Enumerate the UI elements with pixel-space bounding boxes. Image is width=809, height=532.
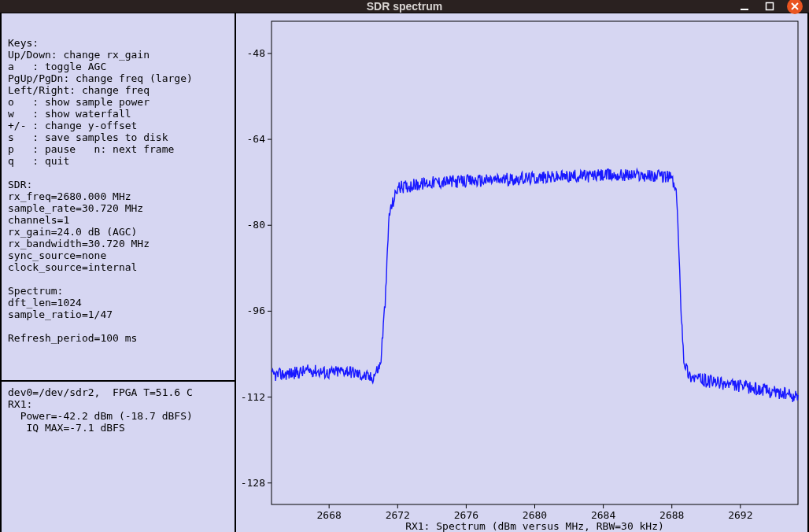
- info-panel: Keys: Up/Down: change rx_gain a : toggle…: [2, 13, 235, 382]
- svg-text:2684: 2684: [591, 509, 615, 521]
- svg-text:2672: 2672: [386, 509, 410, 521]
- sdr-sync: sync_source=none: [8, 249, 106, 261]
- spectrum-svg: -128-112-96-80-64-4826682672267626802684…: [236, 13, 807, 532]
- spectrum-dft: dft_len=1024: [8, 297, 82, 308]
- keys-s: s : save samples to disk: [8, 131, 168, 143]
- spectrum-heading: Spectrum:: [8, 285, 63, 297]
- status-rx: RX1:: [8, 398, 32, 410]
- keys-q: q : quit: [8, 155, 69, 167]
- sdr-samplerate: sample_rate=30.720 MHz: [8, 202, 143, 214]
- status-panel: dev0=/dev/sdr2, FPGA T=51.6 C RX1: Power…: [2, 382, 235, 532]
- spectrum-plot[interactable]: -128-112-96-80-64-4826682672267626802684…: [236, 13, 807, 532]
- svg-rect-4: [272, 21, 798, 504]
- app-window: SDR spectrum Keys: Up/Down: change rx_ga…: [0, 0, 809, 532]
- workspace: Keys: Up/Down: change rx_gain a : toggle…: [0, 13, 809, 532]
- refresh-period: Refresh_period=100 ms: [8, 332, 137, 344]
- keys-heading: Keys:: [8, 37, 39, 49]
- svg-text:RX1: Spectrum (dBm versus MHz,: RX1: Spectrum (dBm versus MHz, RBW=30 kH…: [405, 520, 664, 532]
- status-power: Power=-42.2 dBm (-18.7 dBFS): [8, 410, 193, 422]
- sdr-rxgain: rx_gain=24.0 dB (AGC): [8, 226, 137, 238]
- svg-text:-80: -80: [247, 219, 265, 231]
- svg-text:2668: 2668: [317, 509, 342, 521]
- sdr-rxfreq: rx_freq=2680.000 MHz: [8, 190, 131, 202]
- keys-pg: PgUp/PgDn: change freq (large): [8, 72, 193, 84]
- sdr-heading: SDR:: [8, 179, 32, 190]
- keys-w: w : show waterfall: [8, 108, 131, 120]
- svg-text:2688: 2688: [659, 509, 684, 521]
- plot-area: -128-112-96-80-64-4826682672267626802684…: [236, 13, 809, 532]
- status-dev: dev0=/dev/sdr2, FPGA T=51.6 C: [8, 386, 193, 398]
- keys-a: a : toggle AGC: [8, 61, 106, 72]
- minimize-button[interactable]: [737, 0, 752, 14]
- keys-updown: Up/Down: change rx_gain: [8, 49, 150, 61]
- svg-text:2680: 2680: [523, 509, 547, 521]
- svg-text:-48: -48: [247, 47, 265, 59]
- svg-text:-128: -128: [241, 477, 265, 489]
- svg-text:-112: -112: [241, 391, 265, 403]
- svg-text:2676: 2676: [454, 509, 478, 521]
- window-title: SDR spectrum: [367, 0, 442, 13]
- sdr-channels: channels=1: [8, 214, 69, 226]
- keys-pm: +/- : change y-offset: [8, 120, 137, 131]
- close-button[interactable]: [787, 0, 803, 14]
- maximize-button[interactable]: [762, 0, 778, 14]
- svg-text:-64: -64: [247, 133, 266, 145]
- spectrum-ratio: sample_ratio=1/47: [8, 308, 113, 320]
- keys-lr: Left/Right: change freq: [8, 84, 150, 96]
- side-panels: Keys: Up/Down: change rx_gain a : toggle…: [0, 13, 236, 532]
- sdr-rxbw: rx_bandwidth=30.720 MHz: [8, 238, 150, 249]
- svg-text:-96: -96: [247, 305, 265, 316]
- titlebar[interactable]: SDR spectrum: [0, 0, 809, 13]
- status-iq: IQ MAX=-7.1 dBFS: [8, 422, 125, 434]
- keys-o: o : show sample power: [8, 96, 150, 108]
- svg-text:2692: 2692: [728, 509, 752, 521]
- svg-rect-1: [767, 3, 774, 10]
- sdr-clock: clock_source=internal: [8, 261, 137, 273]
- keys-p: p : pause n: next frame: [8, 143, 174, 155]
- window-controls: [737, 0, 803, 14]
